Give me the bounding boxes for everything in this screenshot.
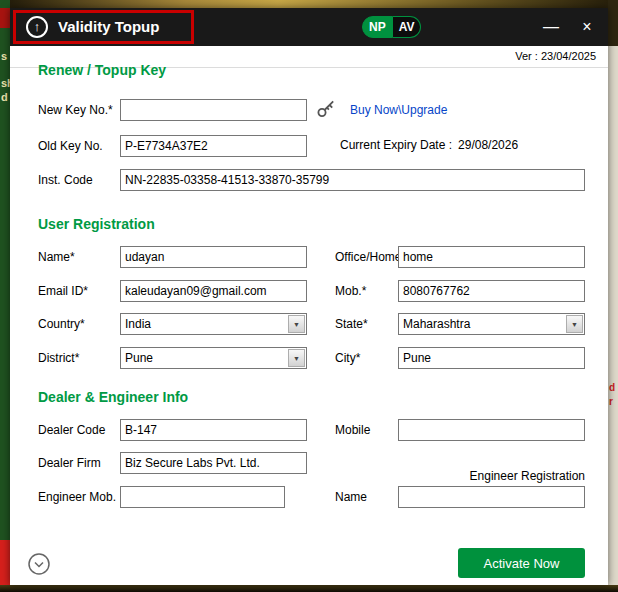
dealer-firm-input[interactable] (120, 452, 307, 474)
dealer-code-input[interactable] (120, 419, 307, 441)
background-text-fragment: r (609, 396, 613, 407)
expand-chevron-down-icon[interactable] (27, 552, 51, 576)
npav-logo: NP AV (362, 16, 421, 38)
buy-now-upgrade-link[interactable]: Buy Now\Upgrade (350, 103, 447, 117)
engineer-mob-label: Engineer Mob. (38, 490, 116, 504)
expiry-label: Current Expiry Date : (340, 138, 452, 152)
dealer-code-label: Dealer Code (38, 423, 105, 437)
validity-topup-window: ↑ Validity Topup NP AV — × Ver : 23/04/2… (10, 8, 608, 585)
expiry-value: 29/08/2026 (458, 138, 518, 152)
background-text-fragment: s (1, 50, 7, 62)
new-key-label: New Key No.* (38, 103, 113, 117)
background-text-fragment: sh (1, 77, 10, 89)
activate-now-button[interactable]: Activate Now (458, 548, 585, 578)
engineer-name-label: Name (335, 490, 367, 504)
name-input[interactable] (120, 246, 307, 268)
engineer-name-input[interactable] (398, 486, 585, 508)
country-select[interactable]: India ▼ (120, 313, 307, 335)
section-registration-heading: User Registration (38, 216, 155, 232)
close-button[interactable]: × (570, 8, 604, 46)
dialog-content: Ver : 23/04/2025 Renew / Topup Key New K… (10, 46, 608, 585)
mobile-input[interactable] (398, 280, 585, 302)
inst-code-input[interactable] (120, 169, 585, 191)
email-label: Email ID* (38, 284, 88, 298)
country-value: India (125, 314, 151, 334)
name-label: Name* (38, 250, 75, 264)
state-value: Maharashtra (403, 314, 470, 334)
office-home-label: Office/Home (335, 250, 401, 264)
country-label: Country* (38, 317, 85, 331)
background-text-fragment: d S (1, 91, 10, 103)
inst-code-label: Inst. Code (38, 173, 93, 187)
mobile-label: Mob.* (335, 284, 366, 298)
dropdown-arrow-icon[interactable]: ▼ (566, 315, 583, 333)
district-label: District* (38, 351, 79, 365)
district-select[interactable]: Pune ▼ (120, 347, 307, 369)
district-value: Pune (125, 348, 153, 368)
engineer-registration-label: Engineer Registration (470, 469, 585, 483)
version-label: Ver : 23/04/2025 (515, 50, 596, 62)
office-home-input[interactable] (398, 246, 585, 268)
background-red-block (0, 540, 10, 588)
city-label: City* (335, 351, 360, 365)
dealer-firm-label: Dealer Firm (38, 456, 101, 470)
new-key-input[interactable] (120, 99, 307, 121)
city-input[interactable] (398, 347, 585, 369)
dropdown-arrow-icon[interactable]: ▼ (288, 349, 305, 367)
dealer-mobile-label: Mobile (335, 423, 370, 437)
section-renew-heading: Renew / Topup Key (38, 62, 166, 78)
dealer-mobile-input[interactable] (398, 419, 585, 441)
key-icon[interactable] (315, 98, 337, 120)
minimize-button[interactable]: — (534, 8, 568, 46)
engineer-mob-input[interactable] (120, 486, 285, 508)
background-top-strip (0, 0, 618, 8)
dropdown-arrow-icon[interactable]: ▼ (288, 315, 305, 333)
state-select[interactable]: Maharashtra ▼ (398, 313, 585, 335)
up-arrow-icon: ↑ (26, 16, 48, 38)
section-dealer-heading: Dealer & Engineer Info (38, 389, 188, 405)
background-red-sliver (0, 8, 10, 28)
background-right-strip: d r (608, 0, 618, 592)
old-key-input[interactable] (120, 135, 307, 157)
current-expiry-date: Current Expiry Date :29/08/2026 (340, 138, 518, 152)
background-right-dark (608, 0, 618, 46)
email-input[interactable] (120, 280, 307, 302)
background-text-fragment: d (609, 382, 615, 393)
background-left-strip: s sh d S (0, 0, 10, 592)
background-bottom-strip (0, 585, 618, 592)
old-key-label: Old Key No. (38, 139, 103, 153)
state-label: State* (335, 317, 368, 331)
npav-logo-av: AV (393, 16, 422, 38)
window-title: Validity Topup (58, 8, 159, 46)
titlebar[interactable]: ↑ Validity Topup NP AV — × (10, 8, 608, 46)
npav-logo-np: NP (362, 16, 393, 38)
